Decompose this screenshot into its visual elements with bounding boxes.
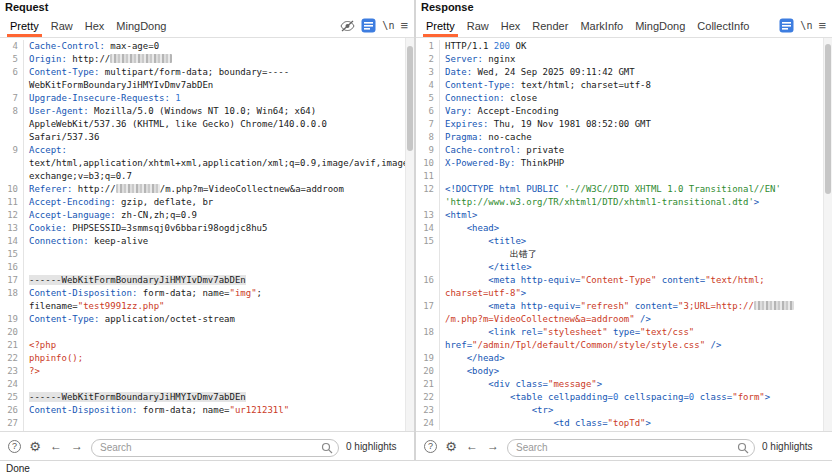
- search-icon: [737, 440, 749, 458]
- request-code-lines: 4Cache-Control: max-age=05Origin: http:/…: [0, 38, 414, 431]
- request-highlight-count: 0 highlights: [346, 441, 397, 452]
- response-tabbar: PrettyRawHexRenderMarkInfoMingDongCollec…: [416, 14, 832, 38]
- request-panel: Request PrettyRawHexMingDong: [0, 0, 414, 460]
- code-line: 22 <table cellpadding=0 cellspacing=0 cl…: [416, 391, 820, 404]
- code-line: 24: [0, 378, 402, 391]
- code-line: 24 <td class="topTd">: [416, 417, 820, 430]
- code-line: 289999test: [0, 430, 402, 431]
- code-line: 20: [0, 326, 402, 339]
- code-line: 9Accept: text/html,application/xhtml+xml…: [0, 144, 402, 183]
- request-toolbar: \n ≡: [340, 14, 410, 37]
- code-line: 5Connection: close: [416, 92, 820, 105]
- status-bar: Done: [0, 460, 832, 476]
- code-line: 20 <body>: [416, 365, 820, 378]
- response-tabs: PrettyRawHexRenderMarkInfoMingDongCollec…: [420, 14, 755, 37]
- response-panel-title: Response: [416, 0, 832, 14]
- request-panel-title: Request: [0, 0, 414, 14]
- menu-icon[interactable]: ≡: [400, 18, 408, 33]
- menu-icon[interactable]: ≡: [818, 18, 826, 33]
- prev-match-icon[interactable]: ←: [49, 439, 63, 453]
- newline-toggle-icon[interactable]: \n: [800, 20, 812, 31]
- code-line: 19 </head>: [416, 352, 820, 365]
- tab-markinfo[interactable]: MarkInfo: [574, 14, 629, 37]
- code-line: 18 <link rel="stylesheet" type="text/css…: [416, 326, 820, 352]
- code-line: 7Expires: Thu, 19 Nov 1981 08:52:00 GMT: [416, 118, 820, 131]
- code-line: 10X-Powered-By: ThinkPHP: [416, 157, 820, 170]
- code-line: 4Content-Type: text/html; charset=utf-8: [416, 79, 820, 92]
- response-code-lines: 1HTTP/1.1 200 OK2Server: nginx3Date: Wed…: [416, 38, 832, 431]
- code-line: 11Accept-Encoding: gzip, deflate, br: [0, 196, 402, 209]
- tab-render[interactable]: Render: [526, 14, 574, 37]
- response-search-input[interactable]: [507, 439, 755, 457]
- request-search-input[interactable]: [91, 439, 339, 457]
- prev-match-icon[interactable]: ←: [465, 439, 479, 453]
- response-scrollbar-thumb[interactable]: [825, 44, 831, 194]
- response-toolbar: \n ≡: [779, 14, 828, 37]
- tab-raw[interactable]: Raw: [45, 14, 79, 37]
- code-line: 出错了: [416, 248, 820, 261]
- code-line: 6Content-Type: multipart/form-data; boun…: [0, 66, 402, 92]
- pretty-print-toggle-icon[interactable]: [779, 18, 794, 33]
- request-tabs: PrettyRawHexMingDong: [4, 14, 172, 37]
- code-line: 9Cache-control: private: [416, 144, 820, 157]
- response-search-field: [507, 437, 755, 455]
- http-message-editor: Request PrettyRawHexMingDong: [0, 0, 832, 476]
- tab-raw[interactable]: Raw: [461, 14, 495, 37]
- code-line: 27: [0, 417, 402, 430]
- redacted-text: [110, 54, 172, 63]
- tab-collectinfo[interactable]: CollectInfo: [691, 14, 755, 37]
- response-searchbar: ? ⚙ ← → 0 highlights: [416, 431, 832, 460]
- code-line: 8Pragma: no-cache: [416, 131, 820, 144]
- help-icon[interactable]: ?: [424, 440, 437, 453]
- code-line: 23 <tr>: [416, 404, 820, 417]
- tab-hex[interactable]: Hex: [79, 14, 111, 37]
- code-line: 12Accept-Language: zh-CN,zh;q=0.9: [0, 209, 402, 222]
- code-line: 17------WebKitFormBoundaryJiHMYIvDmv7abD…: [0, 274, 402, 287]
- code-line: 15: [0, 248, 402, 261]
- code-line: 15 <title>: [416, 235, 820, 248]
- redacted-text: [754, 301, 794, 310]
- response-highlight-count: 0 highlights: [762, 441, 813, 452]
- code-line: 13Cookie: PHPSESSID=3smmsqj0v6bbari98ogd…: [0, 222, 402, 235]
- code-line: 10Referer: http:///m.php?m=VideoCollectn…: [0, 183, 402, 196]
- tab-pretty[interactable]: Pretty: [4, 14, 45, 37]
- request-searchbar: ? ⚙ ← → 0 highlights: [0, 431, 414, 460]
- tab-mingdong[interactable]: MingDong: [110, 14, 172, 37]
- tab-pretty[interactable]: Pretty: [420, 14, 461, 37]
- status-text: Done: [6, 463, 30, 474]
- code-line: </title>: [416, 261, 820, 274]
- code-line: 3Date: Wed, 24 Sep 2025 09:11:42 GMT: [416, 66, 820, 79]
- request-scrollbar-thumb[interactable]: [407, 46, 413, 151]
- code-line: 1HTTP/1.1 200 OK: [416, 40, 820, 53]
- code-line: 18Content-Disposition: form-data; name="…: [0, 287, 402, 313]
- code-line: 19Content-Type: application/octet-stream: [0, 313, 402, 326]
- pretty-print-toggle-icon[interactable]: [361, 18, 376, 33]
- response-viewer: 1HTTP/1.1 200 OK2Server: nginx3Date: Wed…: [416, 38, 832, 431]
- next-match-icon[interactable]: →: [486, 439, 500, 453]
- code-line: 7Upgrade-Insecure-Requests: 1: [0, 92, 402, 105]
- request-search-field: [91, 437, 339, 455]
- help-icon[interactable]: ?: [8, 440, 21, 453]
- code-line: 21 <div class="message">: [416, 378, 820, 391]
- request-editor[interactable]: 4Cache-Control: max-age=05Origin: http:/…: [0, 38, 414, 431]
- code-line: 5Origin: http://: [0, 53, 402, 66]
- code-line: 17 <meta http-equiv="refresh" content="3…: [416, 300, 820, 326]
- code-line: 13<html>: [416, 209, 820, 222]
- request-scrollbar[interactable]: [405, 38, 414, 431]
- response-scrollbar[interactable]: [823, 38, 832, 431]
- search-settings-gear-icon[interactable]: ⚙: [28, 439, 42, 454]
- code-line: 2Server: nginx: [416, 53, 820, 66]
- newline-toggle-icon[interactable]: \n: [382, 20, 394, 31]
- code-line: 22phpinfo();: [0, 352, 402, 365]
- next-match-icon[interactable]: →: [70, 439, 84, 453]
- hide-eye-icon[interactable]: [340, 20, 355, 32]
- tab-mingdong[interactable]: MingDong: [629, 14, 691, 37]
- panes: Request PrettyRawHexMingDong: [0, 0, 832, 460]
- code-line: 16 <meta http-equiv="Content-Type" conte…: [416, 274, 820, 300]
- code-line: 23?>: [0, 365, 402, 378]
- code-line: 12<!DOCTYPE html PUBLIC '-//W3C//DTD XHT…: [416, 183, 820, 209]
- tab-hex[interactable]: Hex: [495, 14, 527, 37]
- code-line: 21<?php: [0, 339, 402, 352]
- redacted-text: [116, 184, 160, 193]
- search-settings-gear-icon[interactable]: ⚙: [444, 439, 458, 454]
